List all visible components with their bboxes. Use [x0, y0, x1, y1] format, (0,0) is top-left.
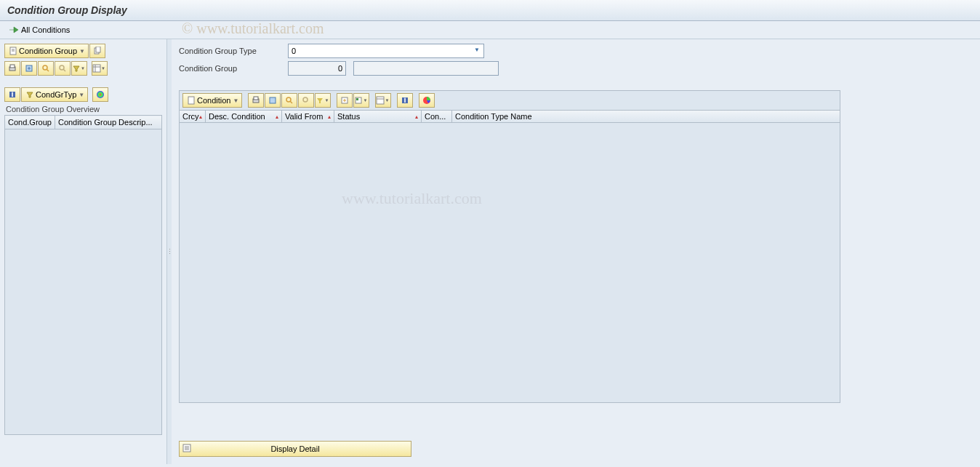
svg-line-23 — [290, 101, 292, 103]
sort-asc-icon: ▴ — [199, 113, 202, 120]
svg-point-17 — [97, 91, 104, 98]
col-desc-condition[interactable]: Desc. Condition▴ — [206, 111, 282, 122]
svg-rect-28 — [377, 97, 384, 104]
filter-button[interactable]: ▼ — [71, 61, 87, 76]
print-button[interactable] — [248, 93, 264, 108]
main-toolbar: All Conditions — [0, 21, 980, 39]
layout-button[interactable]: ▼ — [92, 61, 108, 76]
find-next-button[interactable] — [55, 61, 71, 76]
col-condition-type-name[interactable]: Condition Type Name — [452, 111, 840, 122]
display-detail-button[interactable]: Display Detail — [179, 441, 411, 457]
condition-group-desc-input[interactable] — [353, 61, 499, 76]
all-conditions-label: All Conditions — [21, 25, 70, 34]
arrow-icon — [9, 25, 19, 34]
left-panel: Condition Group ▼ ▼ ▼ i CondGrTyp ▼ Co — [0, 39, 167, 464]
find-next-button[interactable] — [298, 93, 314, 108]
chart-button[interactable] — [92, 87, 108, 102]
condition-button[interactable]: Condition ▼ — [182, 93, 242, 108]
right-panel: Condition Group Type 0 Condition Group C… — [172, 39, 980, 464]
copy-button[interactable] — [89, 44, 105, 58]
col-valid-from[interactable]: Valid From▴ — [282, 111, 334, 122]
svg-text:i: i — [404, 96, 406, 104]
type-label: Condition Group Type — [179, 47, 288, 55]
document-icon — [9, 47, 17, 55]
svg-text:i: i — [11, 90, 13, 98]
document-icon — [188, 96, 195, 105]
find-button[interactable] — [38, 61, 54, 76]
condition-label: Condition — [197, 96, 230, 105]
export-local-button[interactable]: ▼ — [353, 93, 369, 108]
chart-button[interactable] — [419, 93, 435, 108]
svg-rect-21 — [270, 97, 276, 103]
chevron-down-icon: ▼ — [233, 97, 238, 104]
col-con[interactable]: Con... — [422, 111, 452, 122]
condgrtyp-label: CondGrTyp — [36, 90, 76, 99]
info-button[interactable]: i — [397, 93, 413, 108]
condgrtyp-button[interactable]: CondGrTyp ▼ — [21, 87, 88, 102]
filter-icon — [26, 91, 33, 98]
all-conditions-button[interactable]: All Conditions — [6, 24, 73, 36]
svg-rect-6 — [10, 65, 15, 68]
group-label: Condition Group — [179, 64, 288, 73]
svg-rect-18 — [188, 97, 194, 104]
col-cond-desc[interactable]: Condition Group Descrip... — [55, 116, 161, 129]
export-button[interactable] — [265, 93, 281, 108]
find-button[interactable] — [281, 93, 297, 108]
col-crcy[interactable]: Crcy▴ — [180, 111, 206, 122]
condition-group-button[interactable]: Condition Group ▼ — [4, 44, 89, 58]
chevron-down-icon: ▼ — [79, 48, 85, 55]
condition-grid: Condition ▼ ▼ ▼ ▼ i Crcy▴ — [179, 90, 840, 403]
col-cond-group[interactable]: Cond.Group — [5, 116, 55, 129]
svg-rect-12 — [93, 65, 100, 72]
grid-body — [180, 123, 840, 401]
svg-rect-27 — [356, 98, 358, 100]
left-grid-body — [4, 129, 162, 435]
chevron-down-icon: ▼ — [79, 92, 84, 98]
content-area: Condition Group ▼ ▼ ▼ i CondGrTyp ▼ Co — [0, 39, 980, 464]
overview-label: Condition Group Overview — [6, 105, 162, 113]
display-detail-label: Display Detail — [270, 444, 319, 453]
col-status[interactable]: Status▴ — [334, 111, 422, 122]
detail-icon — [182, 444, 191, 452]
condition-group-label: Condition Group — [19, 47, 77, 55]
filter-button[interactable]: ▼ — [315, 93, 331, 108]
page-title: Condition Group Display — [0, 0, 980, 21]
svg-rect-20 — [254, 97, 258, 100]
svg-rect-4 — [96, 47, 100, 52]
export-spreadsheet-button[interactable] — [337, 93, 353, 108]
print-button[interactable] — [4, 61, 20, 76]
svg-line-11 — [63, 69, 65, 71]
sort-asc-icon: ▴ — [328, 113, 331, 120]
svg-line-9 — [47, 69, 49, 71]
sort-asc-icon: ▴ — [276, 113, 278, 120]
export-button[interactable] — [21, 61, 37, 76]
condition-group-type-select[interactable]: 0 — [288, 44, 484, 58]
info-button[interactable]: i — [4, 87, 20, 102]
svg-point-24 — [303, 97, 308, 102]
layout-button[interactable]: ▼ — [375, 93, 391, 108]
sort-asc-icon: ▴ — [415, 113, 418, 120]
condition-group-input[interactable] — [288, 61, 346, 76]
